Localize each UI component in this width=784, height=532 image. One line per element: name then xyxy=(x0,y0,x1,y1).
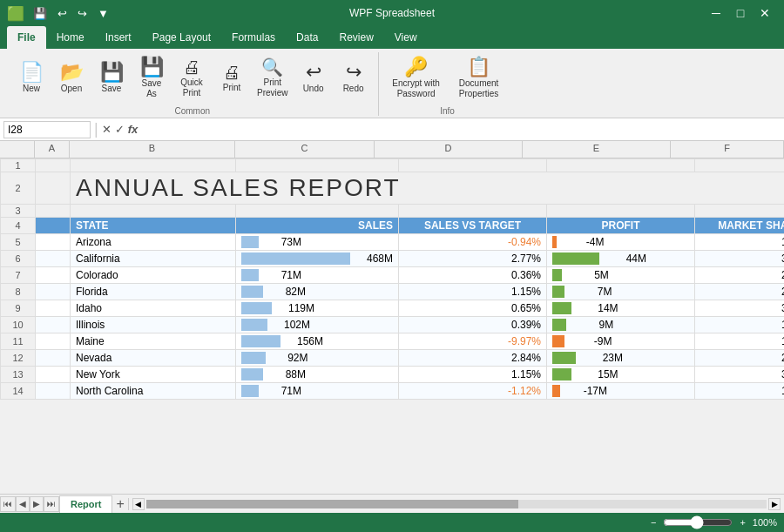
save-button[interactable]: 💾 Save xyxy=(92,52,131,104)
tab-formulas[interactable]: Formulas xyxy=(221,26,286,49)
cell-svt-13[interactable]: 1.15% xyxy=(399,367,547,383)
redo-button[interactable]: ↪ Redo xyxy=(335,52,373,104)
cell-svt-11[interactable]: -9.97% xyxy=(399,333,547,350)
cell-sales-7[interactable]: 71M xyxy=(236,267,399,284)
cell-e1[interactable] xyxy=(547,159,695,172)
cell-d1[interactable] xyxy=(399,159,547,172)
cell-a-12[interactable] xyxy=(36,350,71,367)
zoom-in-icon[interactable]: + xyxy=(740,517,745,528)
cell-sales-8[interactable]: 82M xyxy=(236,284,399,300)
sheet-nav-last[interactable]: ⏭ xyxy=(44,496,59,512)
new-button[interactable]: 📄 New xyxy=(12,52,51,104)
qa-save-btn[interactable]: 💾 xyxy=(30,5,51,22)
cell-state-12[interactable]: Nevada xyxy=(71,350,236,367)
tab-page-layout[interactable]: Page Layout xyxy=(142,26,221,49)
cell-c3[interactable] xyxy=(236,205,399,218)
open-button[interactable]: 📂 Open xyxy=(52,52,91,104)
cell-sales-10[interactable]: 102M xyxy=(236,317,399,333)
cell-a-7[interactable] xyxy=(36,267,71,284)
zoom-slider[interactable] xyxy=(663,515,733,529)
save-as-button[interactable]: 💾 SaveAs xyxy=(132,52,171,104)
cell-a-13[interactable] xyxy=(36,367,71,383)
cell-sales-11[interactable]: 156M xyxy=(236,333,399,350)
zoom-out-icon[interactable]: − xyxy=(651,517,656,528)
cell-sales-13[interactable]: 88M xyxy=(236,367,399,383)
tab-data[interactable]: Data xyxy=(286,26,328,49)
cell-market-9[interactable]: 30% xyxy=(695,300,785,317)
tab-file[interactable]: File xyxy=(7,26,46,49)
cell-state-11[interactable]: Maine xyxy=(71,333,236,350)
cell-sales-14[interactable]: 71M xyxy=(236,383,399,400)
cell-market-7[interactable]: 28% xyxy=(695,267,785,284)
hscroll-track[interactable] xyxy=(146,500,767,508)
cell-a-5[interactable] xyxy=(36,234,71,251)
cell-a2[interactable] xyxy=(36,172,71,205)
cell-market-13[interactable]: 30% xyxy=(695,367,785,383)
cell-svt-8[interactable]: 1.15% xyxy=(399,284,547,300)
tab-insert[interactable]: Insert xyxy=(95,26,142,49)
cell-sales-5[interactable]: 73M xyxy=(236,234,399,251)
confirm-formula-icon[interactable]: ✓ xyxy=(115,123,125,136)
grid-scroll[interactable]: 1 2 ANNUAL SALES REPORT 3 xyxy=(0,158,784,494)
col-header-a[interactable]: A xyxy=(35,141,70,158)
report-title-cell[interactable]: ANNUAL SALES REPORT xyxy=(71,172,785,205)
sheet-nav-next[interactable]: ▶ xyxy=(30,496,44,512)
cell-state-8[interactable]: Florida xyxy=(71,284,236,300)
cell-sales-12[interactable]: 92M xyxy=(236,350,399,367)
cell-svt-14[interactable]: -1.12% xyxy=(399,383,547,400)
col-header-f[interactable]: F xyxy=(671,141,784,158)
cell-state-7[interactable]: Colorado xyxy=(71,267,236,284)
cell-market-10[interactable]: 17% xyxy=(695,317,785,333)
cell-a-6[interactable] xyxy=(36,251,71,267)
horizontal-scrollbar[interactable]: ◀ ▶ xyxy=(128,498,784,510)
cell-market-6[interactable]: 34% xyxy=(695,251,785,267)
cell-a-10[interactable] xyxy=(36,317,71,333)
qa-undo-btn[interactable]: ↩ xyxy=(54,5,71,22)
cell-svt-9[interactable]: 0.65% xyxy=(399,300,547,317)
cancel-formula-icon[interactable]: ✕ xyxy=(102,123,112,136)
cell-svt-5[interactable]: -0.94% xyxy=(399,234,547,251)
cell-a1[interactable] xyxy=(36,159,71,172)
sheet-nav-first[interactable]: ⏮ xyxy=(0,496,16,512)
qa-dropdown-btn[interactable]: ▼ xyxy=(94,5,112,22)
cell-d3[interactable] xyxy=(399,205,547,218)
header-state[interactable]: STATE xyxy=(71,218,236,234)
close-btn[interactable]: ✕ xyxy=(753,0,777,26)
cell-sales-9[interactable]: 119M xyxy=(236,300,399,317)
sheet-add-button[interactable]: + xyxy=(112,496,127,512)
tab-home[interactable]: Home xyxy=(46,26,95,49)
insert-function-icon[interactable]: fx xyxy=(128,123,139,136)
name-box[interactable] xyxy=(3,121,91,138)
quick-print-button[interactable]: 🖨 QuickPrint xyxy=(172,52,211,104)
header-market[interactable]: MARKET SHARE xyxy=(695,218,785,234)
sheet-nav-prev[interactable]: ◀ xyxy=(16,496,30,512)
header-cell-a[interactable] xyxy=(36,218,71,234)
cell-profit-5[interactable]: -4M xyxy=(547,234,695,251)
cell-market-12[interactable]: 22% xyxy=(695,350,785,367)
cell-a-9[interactable] xyxy=(36,300,71,317)
doc-props-button[interactable]: 📋 DocumentProperties xyxy=(449,52,510,104)
cell-market-14[interactable]: 12% xyxy=(695,383,785,400)
col-header-e[interactable]: E xyxy=(523,141,671,158)
sheet-tab-report[interactable]: Report xyxy=(59,495,112,513)
cell-market-5[interactable]: 11% xyxy=(695,234,785,251)
formula-input[interactable] xyxy=(141,122,781,138)
cell-profit-9[interactable]: 14M xyxy=(547,300,695,317)
cell-sales-6[interactable]: 468M xyxy=(236,251,399,267)
cell-state-6[interactable]: California xyxy=(71,251,236,267)
cell-svt-7[interactable]: 0.36% xyxy=(399,267,547,284)
encrypt-button[interactable]: 🔑 Encrypt withPassword xyxy=(386,52,447,104)
col-header-b[interactable]: B xyxy=(70,141,235,158)
hscroll-thumb[interactable] xyxy=(146,500,518,508)
undo-button[interactable]: ↩ Undo xyxy=(294,52,333,104)
cell-market-11[interactable]: 14% xyxy=(695,333,785,350)
cell-a-14[interactable] xyxy=(36,383,71,400)
cell-b3[interactable] xyxy=(71,205,236,218)
tab-view[interactable]: View xyxy=(384,26,428,49)
cell-state-13[interactable]: New York xyxy=(71,367,236,383)
cell-svt-12[interactable]: 2.84% xyxy=(399,350,547,367)
cell-profit-14[interactable]: -17M xyxy=(547,383,695,400)
cell-c1[interactable] xyxy=(236,159,399,172)
col-header-c[interactable]: C xyxy=(235,141,375,158)
cell-profit-6[interactable]: 44M xyxy=(547,251,695,267)
